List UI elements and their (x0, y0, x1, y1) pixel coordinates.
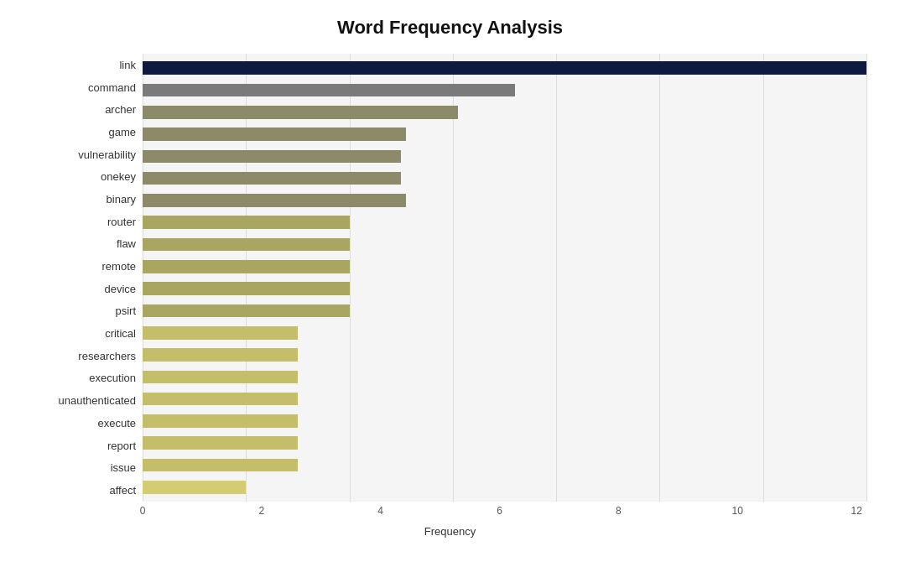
x-axis-container: 02468101214 Frequency (34, 505, 866, 538)
chart-area: linkcommandarchergamevulnerabilityonekey… (34, 54, 866, 502)
x-tick-label: 10 (732, 505, 743, 517)
bar-row (143, 476, 866, 498)
y-label: vulnerability (34, 149, 136, 160)
bar (143, 326, 298, 340)
y-label: researchers (34, 351, 136, 362)
bar-row (143, 233, 866, 255)
y-label: unauthenticated (34, 395, 136, 406)
y-label: execute (34, 418, 136, 429)
bar (143, 393, 298, 406)
bar-row (143, 211, 866, 233)
chart-title: Word Frequency Analysis (337, 17, 563, 39)
y-label: critical (34, 328, 136, 339)
bar (143, 481, 246, 494)
bar-row (143, 145, 866, 167)
bar-row (143, 57, 866, 79)
y-label: game (34, 127, 136, 138)
y-label: onekey (34, 171, 136, 182)
x-tick-label: 2 (259, 505, 265, 517)
bar (143, 238, 350, 252)
bar-row (143, 123, 866, 145)
chart-container: Word Frequency Analysis linkcommandarche… (0, 0, 900, 588)
bar-row (143, 101, 866, 123)
y-label: report (34, 440, 136, 451)
y-label: issue (34, 462, 136, 473)
bar-row (143, 278, 866, 299)
y-label: psirt (34, 305, 136, 316)
x-axis-title: Frequency (424, 525, 476, 538)
bar (143, 459, 298, 472)
bar (143, 150, 401, 164)
bar-row (143, 79, 866, 101)
y-label: device (34, 284, 136, 294)
bar-row (143, 190, 866, 211)
bar-row (143, 344, 866, 366)
bar-row (143, 410, 866, 432)
bar-row (143, 432, 866, 454)
y-label: binary (34, 194, 136, 205)
bar (143, 84, 515, 97)
bar (143, 348, 298, 362)
y-label: affect (34, 485, 136, 496)
y-labels: linkcommandarchergamevulnerabilityonekey… (34, 54, 143, 502)
bar (143, 61, 866, 75)
bar (143, 371, 298, 384)
y-label: execution (34, 372, 136, 383)
bar-row (143, 454, 866, 476)
x-tick-label: 4 (377, 505, 383, 517)
bar (143, 216, 350, 229)
bar (143, 106, 458, 119)
x-tick-label: 12 (851, 505, 861, 517)
bar (143, 260, 350, 273)
bar (143, 304, 350, 318)
bar (143, 414, 298, 428)
bar (143, 127, 406, 141)
bars-container (143, 54, 866, 502)
bar-row (143, 388, 866, 409)
y-label: flaw (34, 238, 136, 249)
y-label: router (34, 216, 136, 227)
x-tick-label: 8 (616, 505, 622, 517)
y-label: remote (34, 261, 136, 272)
bar (143, 282, 350, 295)
grid-line (866, 54, 867, 502)
x-tick-label: 0 (140, 505, 146, 517)
y-label: command (34, 82, 136, 93)
bar-row (143, 322, 866, 344)
bar-row (143, 366, 866, 388)
bar-row (143, 299, 866, 321)
plot-area (143, 54, 866, 502)
x-axis-labels: 02468101214 (34, 505, 866, 522)
bar-row (143, 256, 866, 278)
y-label: archer (34, 104, 136, 115)
bar-row (143, 167, 866, 189)
bar (143, 436, 298, 450)
bar (143, 194, 406, 207)
bar (143, 172, 401, 185)
x-tick-label: 6 (497, 505, 502, 517)
y-label: link (34, 60, 136, 70)
